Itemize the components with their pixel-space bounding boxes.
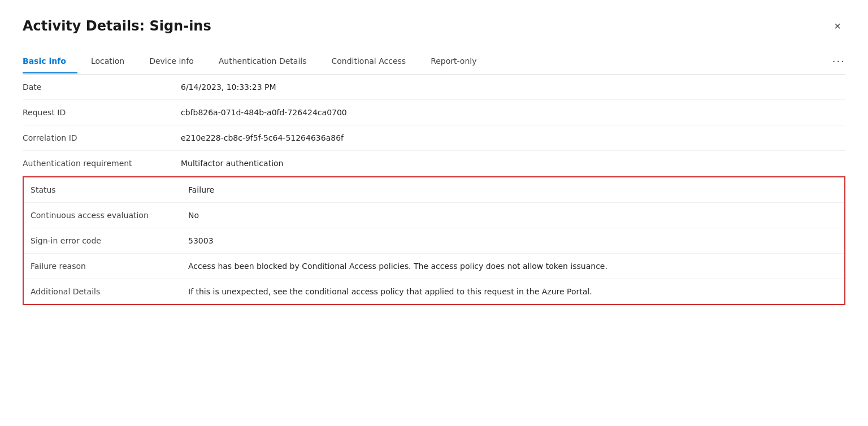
row-label: Failure reason [23, 254, 181, 279]
panel-header: Activity Details: Sign-ins × [23, 18, 845, 34]
tab-more-button[interactable]: ··· [832, 50, 845, 74]
tab-conditional-access[interactable]: Conditional Access [331, 51, 417, 73]
row-label: Sign-in error code [23, 228, 181, 254]
table-row: Authentication requirement Multifactor a… [23, 151, 845, 176]
row-value: If this is unexpected, see the condition… [181, 279, 845, 305]
row-label: Date [23, 75, 181, 100]
row-value: 6/14/2023, 10:33:23 PM [181, 75, 845, 100]
row-value: e210e228-cb8c-9f5f-5c64-51264636a86f [181, 125, 845, 151]
table-row: Sign-in error code 53003 [23, 228, 845, 254]
row-label: Request ID [23, 100, 181, 125]
row-value: Failure [181, 177, 845, 203]
row-label: Additional Details [23, 279, 181, 305]
table-row: Failure reason Access has been blocked b… [23, 254, 845, 279]
basic-info-table: Date 6/14/2023, 10:33:23 PM Request ID c… [23, 75, 845, 176]
row-value: 53003 [181, 228, 845, 254]
close-button[interactable]: × [830, 18, 845, 34]
tab-authentication-details[interactable]: Authentication Details [219, 51, 318, 73]
tab-report-only[interactable]: Report-only [431, 51, 488, 73]
tab-bar: Basic info Location Device info Authenti… [23, 50, 845, 75]
row-label: Status [23, 177, 181, 203]
table-row: Date 6/14/2023, 10:33:23 PM [23, 75, 845, 100]
table-row: Correlation ID e210e228-cb8c-9f5f-5c64-5… [23, 125, 845, 151]
table-row: Additional Details If this is unexpected… [23, 279, 845, 305]
row-value: cbfb826a-071d-484b-a0fd-726424ca0700 [181, 100, 845, 125]
table-row: Continuous access evaluation No [23, 203, 845, 228]
row-value: Multifactor authentication [181, 151, 845, 176]
highlighted-info-table: Status Failure Continuous access evaluat… [23, 176, 845, 305]
tab-location[interactable]: Location [91, 51, 136, 73]
row-value: No [181, 203, 845, 228]
row-value: Access has been blocked by Conditional A… [181, 254, 845, 279]
tab-basic-info[interactable]: Basic info [23, 51, 77, 73]
row-label: Continuous access evaluation [23, 203, 181, 228]
tab-device-info[interactable]: Device info [149, 51, 205, 73]
table-row: Status Failure [23, 177, 845, 203]
activity-details-panel: Activity Details: Sign-ins × Basic info … [0, 0, 868, 426]
row-label: Authentication requirement [23, 151, 181, 176]
panel-title: Activity Details: Sign-ins [23, 18, 211, 34]
table-row: Request ID cbfb826a-071d-484b-a0fd-72642… [23, 100, 845, 125]
row-label: Correlation ID [23, 125, 181, 151]
tab-content: Date 6/14/2023, 10:33:23 PM Request ID c… [23, 75, 845, 305]
